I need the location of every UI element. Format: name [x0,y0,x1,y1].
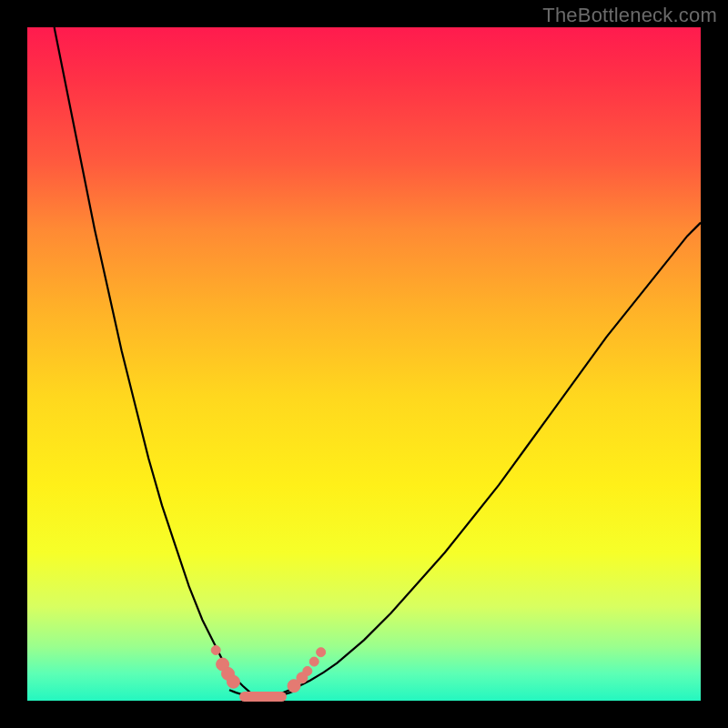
watermark-text: TheBottleneck.com [542,4,717,27]
right-curve [269,223,701,696]
chart-stage: TheBottleneck.com [0,0,728,728]
left-curve [55,27,257,696]
marker-dot [309,657,318,666]
plot-area [27,27,701,701]
curve-layer [27,27,701,701]
marker-dot [317,648,326,657]
trough-pill [239,692,287,702]
marker-dot [211,646,220,655]
marker-dot [303,666,312,675]
marker-dot [227,675,239,688]
markers-group [211,646,325,703]
